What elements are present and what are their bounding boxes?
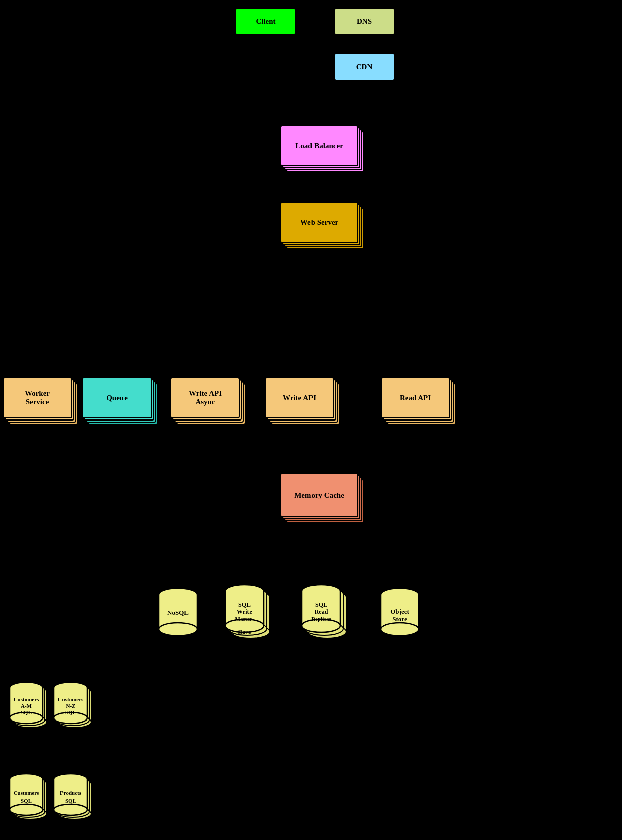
dns-node: DNS (334, 8, 395, 35)
svg-point-4 (159, 623, 197, 636)
web-server-card-front: Web Server (280, 202, 358, 243)
cdn-label: CDN (356, 63, 373, 71)
write-api-card-front: Write API (265, 377, 334, 418)
svg-text:SQL: SQL (65, 709, 76, 715)
svg-text:Write: Write (237, 608, 252, 615)
read-api-card-front: Read API (381, 377, 450, 418)
read-api-stack: Read API (381, 377, 461, 428)
memory-cache-card-front: Memory Cache (280, 473, 358, 517)
queue-card-front: Queue (82, 377, 152, 418)
svg-text:SQL: SQL (21, 798, 32, 804)
svg-text:Customers: Customers (58, 696, 84, 702)
svg-text:N-Z: N-Z (66, 703, 76, 709)
svg-point-99 (10, 804, 43, 815)
svg-text:Master-: Master- (235, 616, 254, 622)
cdn-node: CDN (334, 53, 395, 81)
svg-text:Object: Object (390, 608, 409, 615)
worker-service-card-front: WorkerService (3, 377, 72, 418)
load-balancer-card-front: Load Balancer (280, 125, 358, 166)
client-label: Client (256, 17, 275, 26)
dns-label: DNS (357, 17, 372, 26)
object-store-cylinder: Object Store (377, 586, 422, 641)
svg-text:Replicas: Replicas (311, 616, 331, 622)
svg-point-46 (381, 623, 419, 636)
write-api-async-stack: Write APIAsync (170, 377, 251, 428)
svg-point-116 (54, 804, 87, 815)
svg-text:SQL: SQL (21, 709, 32, 715)
web-server-stack: Web Server (280, 202, 368, 252)
svg-text:SQL: SQL (238, 601, 251, 608)
client-node: Client (235, 8, 296, 35)
svg-text:SQL: SQL (315, 601, 327, 608)
write-api-stack: Write API (265, 377, 345, 428)
svg-text:SQL: SQL (65, 798, 76, 804)
svg-text:NoSQL: NoSQL (167, 609, 189, 616)
svg-text:A-M: A-M (21, 703, 32, 709)
svg-text:Store: Store (392, 615, 407, 623)
queue-stack: Queue (82, 377, 165, 428)
svg-text:Customers: Customers (14, 790, 39, 796)
write-api-async-card-front: Write APIAsync (170, 377, 240, 418)
svg-text:Customers: Customers (14, 696, 39, 702)
svg-text:Read: Read (315, 608, 328, 615)
worker-service-stack: WorkerService (3, 377, 83, 428)
memory-cache-stack: Memory Cache (280, 473, 371, 526)
nosql-cylinder: NoSQL (155, 586, 201, 641)
svg-text:Products: Products (60, 790, 82, 796)
load-balancer-stack: Load Balancer (280, 125, 368, 175)
